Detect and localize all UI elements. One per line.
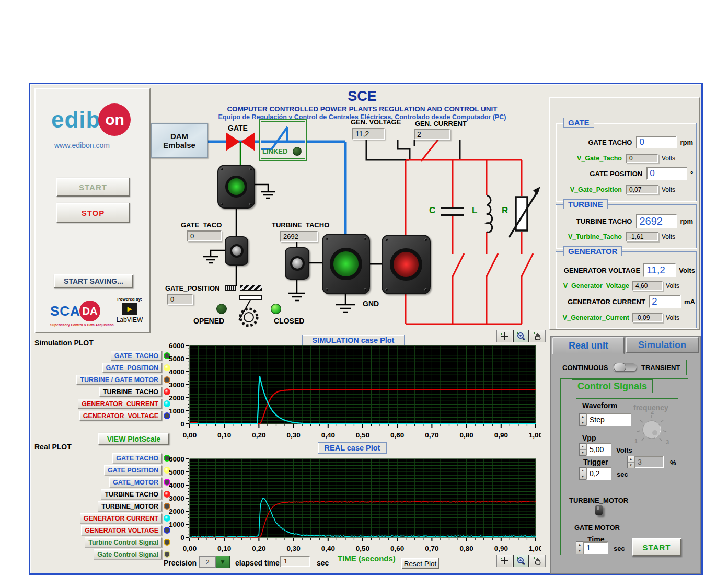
svg-text:0,80: 0,80 [459,431,473,439]
elapsed-time-value: 1 [280,556,310,567]
v-generator-current-value: -0,09 [632,313,663,322]
time-value[interactable]: 1 [583,541,608,554]
real-cursor-tool-icon[interactable] [496,555,512,567]
turbine-motor-switch[interactable] [595,505,603,515]
svg-text:0,40: 0,40 [321,545,335,552]
svg-text:0,50: 0,50 [356,431,369,439]
svg-text:2000: 2000 [169,394,184,402]
opened-label: OPENED [193,317,224,325]
gate-motor-start-button[interactable]: START [632,538,681,556]
gate-group-title: GATE [563,118,594,128]
v-gate-tacho-label: V_Gate_Tacho [577,155,622,162]
frequency-knob[interactable]: 2 1 3 [633,411,670,445]
turbine-group-title: TURBINE [563,199,608,209]
svg-text:0,80: 0,80 [459,545,473,552]
turbine-tacho-field-label: TURBINE TACHO [576,217,632,225]
gate-position-field-label: GATE POSITION [590,170,642,178]
legend-button-turbine-gate-motor[interactable]: TURBINE / GATE MOTOR [76,375,162,385]
generator-current-field-label: GENERATOR CURRENT [568,298,645,306]
svg-text:0,20: 0,20 [252,431,265,439]
position-sensor-hatch-fine [225,285,236,291]
real-case-plot: 01000200030004000500060000,000,100,200,3… [164,455,541,555]
real-pan-tool-icon[interactable] [530,555,546,567]
legend-button-generator-current[interactable]: GENERATOR CURRENT [80,513,162,523]
svg-text:0,60: 0,60 [390,431,404,439]
app-window: edib on www.edibon.com START STOP START … [29,83,703,575]
precision-value: 2 [199,556,216,568]
legend-button-gate-position[interactable]: GATE POSITION [104,465,162,475]
svg-text:0: 0 [180,534,184,541]
linked-label: LINKED [262,147,287,155]
vpp-control[interactable]: ▲▼ 5,00 [579,443,611,456]
turbine-motor [322,234,370,294]
vpp-value[interactable]: 5,00 [586,443,611,456]
tab-real-unit[interactable]: Real unit [552,337,625,354]
legend-button-generator-current[interactable]: GENERATOR_CURRENT [78,399,162,409]
trigger-value[interactable]: 0,2 [586,467,611,480]
resistor-label: R [502,205,508,216]
precision-label: Precision [164,559,197,567]
generator-current-field[interactable]: 2 [649,295,681,308]
tab-simulation[interactable]: Simulation [626,337,699,353]
v-generator-voltage-value: 4,60 [632,281,663,291]
legend-button-gate-position[interactable]: GATE_POSITION [102,363,162,373]
legend-button-gate-motor[interactable]: GATE_MOTOR [109,477,162,487]
legend-button-gate-tacho[interactable]: GATE_TACHO [111,351,162,361]
frequency-percent-spinner[interactable]: ▲▼ [627,456,634,468]
svg-text:0,10: 0,10 [217,545,231,552]
waveform-control[interactable]: ▲▼ Step [579,413,631,426]
view-plotscale-button[interactable]: VIEW PlotScale [98,433,169,445]
dam-reservoir: DAM Embalse [151,123,208,158]
waveform-label: Waveform [582,401,617,410]
svg-text:3000: 3000 [169,381,184,389]
legend-button-gate-tacho[interactable]: GATE TACHO [112,453,162,463]
real-zoom-tool-icon[interactable] [513,555,529,567]
continuous-transient-toggle[interactable] [613,363,637,371]
turbine-group: TURBINE TURBINE TACHO 2692 rpm V_Turbine… [556,204,697,248]
legend-button-generator-voltage[interactable]: GENERATOR VOLTAGE [81,525,162,535]
sim-zoom-tool-icon[interactable] [513,330,529,342]
trigger-spinner[interactable]: ▲▼ [579,467,586,480]
generator-voltage-field[interactable]: 11,2 [643,263,676,277]
trigger-control[interactable]: ▲▼ 0,2 [579,467,611,480]
gate-position-field[interactable]: 0 [646,167,687,180]
elapsed-time-label: elapsed time [235,559,280,567]
v-gate-tacho-unit: Volts [662,155,675,162]
sim-cursor-tool-icon[interactable] [496,330,512,342]
turbine-tacho-field[interactable]: 2692 [636,214,677,228]
legend-button-turbine-motor[interactable]: TURBINE_MOTOR [98,501,162,511]
sim-pan-tool-icon[interactable] [530,330,546,342]
vpp-label: Vpp [582,434,596,442]
svg-text:0,40: 0,40 [321,431,335,439]
legend-button-generator-voltage[interactable]: GENERATOR_VOLTAGE [79,411,162,421]
gate-tacho-field[interactable]: 0 [636,136,677,148]
svg-text:1,00: 1,00 [529,545,541,552]
gate-taco-label: GATE_TACO [181,221,222,229]
time-spinner[interactable]: ▲▼ [576,541,583,554]
mode-tab-control: Real unit Simulation CONTINUOUS TRANSIEN… [550,336,701,574]
legend-button-turbine-tacho[interactable]: TURBINE_TACHO [99,387,162,397]
gate-motor-label: GATE MOTOR [574,524,620,532]
gate-tacho-unit: rpm [680,139,693,146]
svg-text:4000: 4000 [169,481,184,489]
svg-text:0,20: 0,20 [252,545,265,552]
legend-button-turbine-control-signal[interactable]: Turbine Control Signal [85,537,162,547]
simulation-plot-label: Simulation PLOT [34,339,94,347]
gen-voltage-label: GEN. VOLTAGE [351,118,401,126]
waveform-spinner[interactable]: ▲▼ [579,413,586,426]
svg-text:2000: 2000 [169,508,184,515]
waveform-value[interactable]: Step [586,413,631,426]
gate-position-label: GATE_POSITION [165,284,220,292]
vpp-spinner[interactable]: ▲▼ [579,443,586,456]
precision-dropdown[interactable]: 2 ▼ [199,556,230,568]
time-control[interactable]: ▲▼ 1 [576,541,608,554]
svg-text:5000: 5000 [169,355,184,363]
legend-button-gate-control-signal[interactable]: Gate Control Signal [94,549,162,559]
sim-graph-tools [496,330,546,342]
time-unit: sec [614,545,625,552]
legend-button-turbine-tacho[interactable]: TURBINE TACHO [101,489,162,499]
frequency-percent-control[interactable]: ▲▼ 3 [627,456,664,468]
generator-current-unit: mA [684,298,695,306]
reset-plot-button[interactable]: Reset Plot [401,558,439,569]
legend-row: GATE_TACHO [36,351,170,361]
